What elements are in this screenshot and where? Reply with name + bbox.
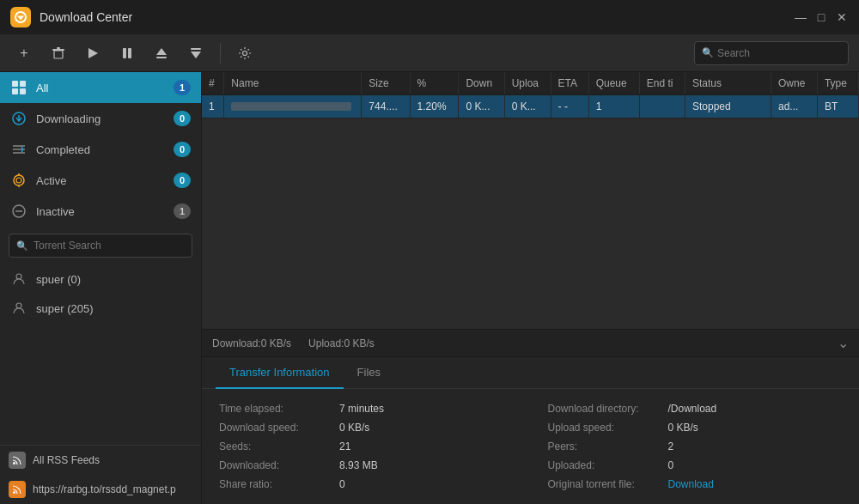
label-torrent-file: Original torrent file:: [548, 478, 668, 490]
badge-inactive: 1: [174, 203, 191, 219]
value-time-elapsed: 7 minutes: [339, 403, 384, 415]
move-up-button[interactable]: [148, 39, 175, 67]
label-upload-speed: Upload speed:: [548, 422, 668, 434]
search-input[interactable]: [717, 47, 841, 59]
transfer-tabs: Transfer Information Files: [202, 357, 859, 389]
svg-marker-8: [191, 52, 201, 58]
download-table-container[interactable]: # Name Size % Down Uploa ETA Queue End t…: [202, 72, 859, 329]
account-icon-spuer: [10, 270, 27, 288]
label-seeds: Seeds:: [219, 440, 339, 452]
minimize-button[interactable]: —: [794, 10, 807, 24]
sidebar-label-active: Active: [36, 174, 165, 187]
download-table: # Name Size % Down Uploa ETA Queue End t…: [202, 72, 859, 118]
svg-rect-12: [20, 81, 26, 87]
svg-point-26: [16, 274, 21, 279]
table-row[interactable]: 1 744.... 1.20% 0 K... 0 K... - - 1 Stop…: [202, 95, 859, 118]
svg-point-29: [13, 491, 15, 494]
sidebar-item-active[interactable]: Active 0: [0, 165, 201, 196]
transfer-right-col: Download directory: /Download Upload spe…: [548, 399, 843, 494]
settings-button[interactable]: [231, 39, 259, 67]
info-time-elapsed: Time elapsed: 7 minutes: [219, 399, 514, 418]
sidebar-label-all: All: [36, 82, 165, 94]
cell-name: [224, 95, 362, 118]
transfer-panel: Transfer Information Files Time elapsed:…: [202, 356, 859, 504]
torrent-search-input[interactable]: [34, 240, 185, 252]
cell-num: 1: [202, 95, 224, 118]
tab-transfer-info[interactable]: Transfer Information: [216, 357, 344, 389]
label-downloaded: Downloaded:: [219, 459, 339, 471]
active-icon: [10, 172, 27, 189]
sidebar-item-all[interactable]: All 1: [0, 72, 201, 103]
completed-icon: [10, 141, 27, 158]
col-owner: Owne: [771, 72, 817, 95]
account-icon-super: [10, 300, 27, 317]
rss-all-feeds[interactable]: All RSS Feeds: [0, 446, 201, 475]
svg-rect-13: [12, 88, 18, 94]
svg-rect-1: [52, 49, 64, 51]
badge-active: 0: [174, 173, 191, 188]
transfer-content: Time elapsed: 7 minutes Download speed: …: [202, 389, 859, 504]
tab-files[interactable]: Files: [344, 357, 394, 389]
svg-rect-5: [128, 48, 131, 58]
downloading-icon: [10, 110, 27, 127]
badge-downloading: 0: [174, 111, 191, 126]
svg-point-20: [14, 175, 24, 185]
move-down-button[interactable]: [182, 39, 210, 67]
col-percent: %: [410, 72, 459, 95]
col-num: #: [202, 72, 224, 95]
svg-rect-4: [123, 48, 126, 58]
cell-upload: 0 K...: [504, 95, 551, 118]
cell-eta: - -: [551, 95, 588, 118]
torrent-search-icon: 🔍: [16, 240, 28, 252]
sidebar: All 1 Downloading 0 Completed 0 Active 0: [0, 72, 202, 504]
col-down: Down: [459, 72, 504, 95]
rss-rarbg[interactable]: https://rarbg.to/rssdd_magnet.p: [0, 475, 201, 504]
info-share-ratio: Share ratio: 0: [219, 475, 514, 494]
svg-marker-6: [156, 48, 167, 55]
label-time-elapsed: Time elapsed:: [219, 403, 339, 415]
app-title: Download Center: [40, 10, 794, 24]
account-super[interactable]: super (205): [0, 294, 201, 323]
info-uploaded: Uploaded: 0: [548, 456, 843, 475]
account-spuer[interactable]: spuer (0): [0, 264, 201, 294]
info-torrent-file: Original torrent file: Download: [548, 475, 843, 494]
maximize-button[interactable]: □: [814, 10, 828, 24]
all-icon: [10, 79, 27, 96]
rss-all-label: All RSS Feeds: [33, 454, 100, 466]
svg-rect-2: [57, 47, 60, 49]
cell-owner: ad...: [771, 95, 817, 118]
close-button[interactable]: ✕: [835, 10, 849, 24]
rss-section: All RSS Feeds https://rarbg.to/rssdd_mag…: [0, 445, 201, 504]
label-share-ratio: Share ratio:: [219, 478, 339, 490]
col-endtime: End ti: [639, 72, 685, 95]
info-download-dir: Download directory: /Download: [548, 399, 843, 418]
svg-point-21: [16, 178, 21, 183]
svg-point-10: [243, 51, 247, 55]
delete-button[interactable]: [45, 39, 72, 67]
add-button[interactable]: +: [10, 39, 38, 67]
cell-endtime: [639, 95, 685, 118]
global-search-box[interactable]: 🔍: [694, 41, 849, 65]
window-controls: — □ ✕: [794, 10, 849, 24]
svg-rect-11: [12, 81, 18, 87]
account-label-super: super (205): [36, 302, 93, 315]
sidebar-item-downloading[interactable]: Downloading 0: [0, 103, 201, 134]
name-blur: [231, 102, 351, 111]
badge-all: 1: [174, 80, 191, 95]
label-peers: Peers:: [548, 440, 668, 452]
link-torrent-download[interactable]: Download: [668, 478, 714, 490]
torrent-search-box[interactable]: 🔍: [9, 234, 192, 258]
status-bar: Download:0 KB/s Upload:0 KB/s ⌄: [202, 329, 859, 356]
pause-button[interactable]: [113, 39, 141, 67]
main-layout: All 1 Downloading 0 Completed 0 Active 0: [0, 72, 859, 504]
sidebar-item-inactive[interactable]: Inactive 1: [0, 196, 201, 227]
upload-speed-status: Upload:0 KB/s: [308, 337, 375, 349]
inactive-icon: [10, 203, 27, 220]
sidebar-label-completed: Completed: [36, 143, 165, 156]
col-name: Name: [224, 72, 362, 95]
value-share-ratio: 0: [339, 478, 345, 490]
expand-button[interactable]: ⌄: [838, 335, 849, 351]
col-queue: Queue: [588, 72, 639, 95]
play-button[interactable]: [79, 39, 107, 67]
sidebar-item-completed[interactable]: Completed 0: [0, 134, 201, 165]
